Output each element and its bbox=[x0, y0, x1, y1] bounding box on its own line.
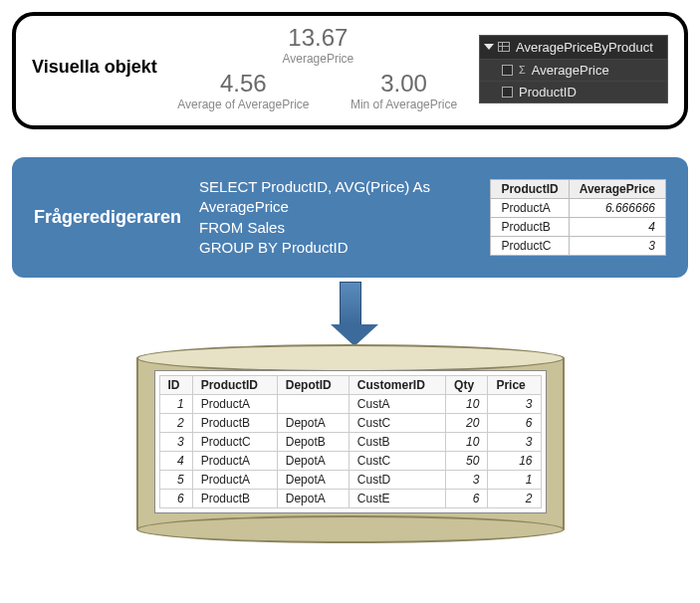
query-editor-card: Frågeredigeraren SELECT ProductID, AVG(P… bbox=[12, 157, 688, 278]
cell-avg: 3 bbox=[569, 237, 665, 256]
fields-measure-name: AveragePrice bbox=[532, 63, 609, 78]
flow-arrow bbox=[12, 282, 688, 346]
col-header: Qty bbox=[446, 376, 488, 395]
cell: 6 bbox=[446, 490, 488, 508]
stat-value: 4.56 bbox=[177, 72, 309, 96]
fields-pane: AveragePriceByProduct Σ AveragePrice Pro… bbox=[479, 35, 668, 103]
sales-table: ID ProductID DepotID CustomerID Qty Pric… bbox=[159, 375, 542, 508]
stat-value: 3.00 bbox=[350, 72, 459, 96]
stat-label: Min of AveragePrice bbox=[350, 98, 459, 111]
fields-row-measure[interactable]: Σ AveragePrice bbox=[480, 59, 667, 81]
stat-min-of-avg: 3.00 Min of AveragePrice bbox=[350, 72, 459, 111]
cell: 20 bbox=[446, 414, 488, 433]
cell-avg: 4 bbox=[569, 218, 665, 237]
query-editor-title: Frågeredigeraren bbox=[34, 207, 181, 228]
sql-line: GROUP BY ProductID bbox=[199, 238, 472, 258]
table-row: 4 ProductA DepotA CustC 50 16 bbox=[159, 452, 541, 471]
cell: 5 bbox=[159, 471, 192, 490]
cell: 3 bbox=[488, 433, 541, 452]
checkbox-icon[interactable] bbox=[502, 65, 513, 76]
cell: 3 bbox=[488, 395, 541, 414]
cell: CustD bbox=[349, 471, 445, 490]
cell: CustC bbox=[349, 452, 445, 471]
cell: 1 bbox=[159, 395, 192, 414]
col-header: ProductID bbox=[192, 376, 277, 395]
table-row: 3 ProductC DepotB CustB 10 3 bbox=[159, 433, 541, 452]
cell: 1 bbox=[488, 471, 541, 490]
expand-icon bbox=[484, 44, 494, 50]
col-header: AveragePrice bbox=[569, 180, 665, 199]
visual-objects-card: Visuella objekt 13.67 AveragePrice 4.56 … bbox=[12, 12, 688, 129]
stat-avg-of-avg: 4.56 Average of AveragePrice bbox=[177, 72, 309, 111]
cell: 3 bbox=[446, 471, 488, 490]
cell-pid: ProductB bbox=[491, 218, 569, 237]
cell: ProductA bbox=[192, 395, 277, 414]
fields-column-name: ProductID bbox=[519, 85, 577, 100]
cell: DepotA bbox=[277, 452, 349, 471]
arrow-down-icon bbox=[331, 324, 378, 346]
cell-avg: 6.666666 bbox=[569, 199, 665, 218]
cell: CustB bbox=[349, 433, 445, 452]
checkbox-icon[interactable] bbox=[502, 87, 513, 98]
cell: 6 bbox=[488, 414, 541, 433]
cell: 50 bbox=[446, 452, 488, 471]
cell: 10 bbox=[446, 395, 488, 414]
cell: 2 bbox=[159, 414, 192, 433]
fields-table-header[interactable]: AveragePriceByProduct bbox=[480, 36, 667, 59]
cell: 4 bbox=[159, 452, 192, 471]
stat-value: 13.67 bbox=[263, 26, 372, 50]
cell: ProductA bbox=[192, 471, 277, 490]
fields-table-name: AveragePriceByProduct bbox=[516, 40, 653, 55]
stat-label: AveragePrice bbox=[263, 52, 372, 66]
cell: DepotA bbox=[277, 414, 349, 433]
visual-stats: 13.67 AveragePrice 4.56 Average of Avera… bbox=[173, 26, 463, 111]
sql-line: SELECT ProductID, AVG(Price) As bbox=[199, 177, 472, 197]
cell: 10 bbox=[446, 433, 488, 452]
cell: 3 bbox=[159, 433, 192, 452]
stat-average-price: 13.67 AveragePrice bbox=[263, 26, 372, 66]
table-icon bbox=[498, 42, 510, 52]
sql-line: AveragePrice bbox=[199, 197, 472, 217]
col-header: ID bbox=[159, 376, 192, 395]
table-row: 5 ProductA DepotA CustD 3 1 bbox=[159, 471, 541, 490]
table-row: 6 ProductB DepotA CustE 6 2 bbox=[159, 490, 541, 508]
cell: ProductA bbox=[192, 452, 277, 471]
cell-pid: ProductA bbox=[491, 199, 569, 218]
sql-text: SELECT ProductID, AVG(Price) As AverageP… bbox=[199, 177, 472, 258]
visual-objects-title: Visuella objekt bbox=[32, 57, 157, 78]
query-result-table: ProductID AveragePrice ProductA 6.666666… bbox=[490, 179, 666, 256]
cell: CustC bbox=[349, 414, 445, 433]
cell: 2 bbox=[488, 490, 541, 508]
cell: DepotA bbox=[277, 490, 349, 508]
table-row: ProductB 4 bbox=[491, 218, 666, 237]
table-row: 2 ProductB DepotA CustC 20 6 bbox=[159, 414, 541, 433]
table-row: 1 ProductA CustA 10 3 bbox=[159, 395, 541, 414]
cylinder-bottom bbox=[136, 515, 565, 543]
cell: CustA bbox=[349, 395, 445, 414]
cell: DepotB bbox=[277, 433, 349, 452]
cell: ProductB bbox=[192, 414, 277, 433]
col-header: CustomerID bbox=[349, 376, 445, 395]
sigma-icon: Σ bbox=[519, 64, 526, 76]
sql-line: FROM Sales bbox=[199, 218, 472, 238]
col-header: DepotID bbox=[277, 376, 349, 395]
sales-table-container: ID ProductID DepotID CustomerID Qty Pric… bbox=[154, 370, 547, 513]
table-row: ID ProductID DepotID CustomerID Qty Pric… bbox=[159, 376, 541, 395]
cell: CustE bbox=[349, 490, 445, 508]
arrow-shaft bbox=[340, 282, 361, 325]
col-header: ProductID bbox=[491, 180, 569, 199]
cell-pid: ProductC bbox=[491, 237, 569, 256]
cell: 6 bbox=[159, 490, 192, 508]
cell: DepotA bbox=[277, 471, 349, 490]
stat-label: Average of AveragePrice bbox=[177, 98, 309, 111]
database-cylinder: ID ProductID DepotID CustomerID Qty Pric… bbox=[12, 344, 688, 543]
col-header: Price bbox=[488, 376, 541, 395]
table-row: ProductA 6.666666 bbox=[491, 199, 666, 218]
table-row: ProductC 3 bbox=[491, 237, 666, 256]
cylinder-top bbox=[136, 344, 565, 372]
fields-row-column[interactable]: ProductID bbox=[480, 81, 667, 102]
table-row: ProductID AveragePrice bbox=[491, 180, 666, 199]
cell: ProductC bbox=[192, 433, 277, 452]
cell: 16 bbox=[488, 452, 541, 471]
cell: ProductB bbox=[192, 490, 277, 508]
